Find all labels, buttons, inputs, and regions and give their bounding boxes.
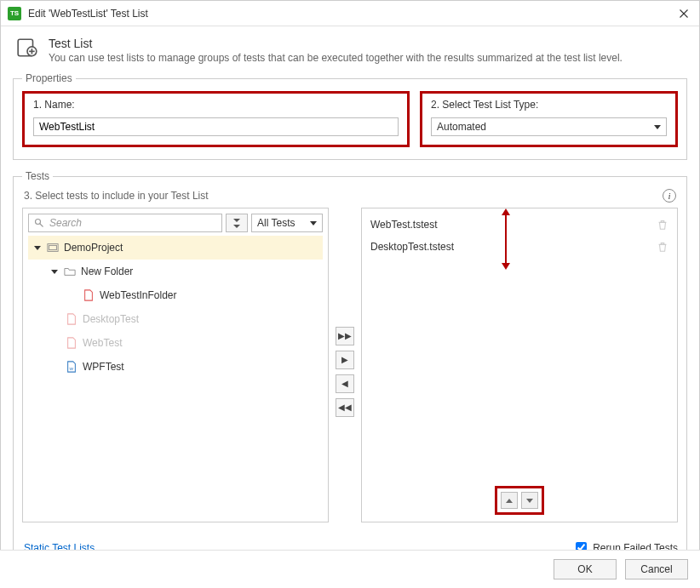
tree-label: WebTestInFolder: [100, 289, 177, 301]
tree-test-item[interactable]: w WPFTest: [28, 355, 323, 379]
trash-icon[interactable]: [657, 219, 668, 231]
type-value: Automated: [437, 121, 486, 133]
search-input[interactable]: Search: [28, 214, 222, 232]
expander-icon[interactable]: [50, 267, 59, 276]
test-file-icon: [83, 289, 95, 301]
name-label: 1. Name:: [33, 99, 399, 111]
expander-icon[interactable]: [33, 243, 42, 252]
tree-label: New Folder: [81, 265, 133, 277]
selected-test-item[interactable]: WebTest.tstest: [367, 214, 672, 236]
move-up-button[interactable]: [501, 492, 518, 509]
selected-test-label: WebTest.tstest: [370, 219, 437, 231]
name-input[interactable]: [33, 117, 399, 136]
svg-point-6: [36, 220, 41, 225]
type-label: 2. Select Test List Type:: [431, 99, 667, 111]
remove-all-button[interactable]: ◀◀: [336, 398, 354, 417]
svg-text:w: w: [68, 365, 73, 371]
test-list-icon: [16, 37, 38, 59]
dual-list-layout: Search All Tests DemoProject: [22, 208, 678, 522]
filter-dropdown[interactable]: All Tests: [251, 214, 323, 232]
test-file-icon: [66, 313, 77, 325]
tests-group: Tests 3. Select tests to include in your…: [13, 170, 687, 572]
tree-label: DemoProject: [64, 242, 123, 254]
add-all-button[interactable]: ▶▶: [336, 327, 354, 345]
search-icon: [34, 218, 44, 228]
chevron-down-icon: [654, 125, 661, 129]
test-file-icon: [66, 337, 77, 349]
transfer-buttons: ▶▶ ▶ ◀ ◀◀: [334, 327, 356, 417]
type-dropdown[interactable]: Automated: [431, 117, 667, 136]
cancel-button[interactable]: Cancel: [625, 559, 688, 579]
tree-folder-item[interactable]: New Folder: [28, 260, 323, 283]
folder-icon: [64, 265, 76, 277]
type-highlight-box: 2. Select Test List Type: Automated: [420, 91, 678, 147]
reorder-vertical-indicator: [505, 214, 507, 265]
name-highlight-box: 1. Name:: [22, 91, 410, 147]
dialog-footer: OK Cancel: [0, 550, 700, 588]
svg-rect-9: [49, 245, 57, 249]
tree-test-item[interactable]: WebTestInFolder: [28, 283, 323, 307]
project-icon: [47, 242, 59, 254]
tree-label: DesktopTest: [83, 313, 139, 325]
reorder-highlight-box: [495, 486, 544, 515]
properties-legend: Properties: [22, 72, 76, 84]
tree-label: WPFTest: [83, 361, 124, 373]
window-title: Edit 'WebTestList' Test List: [28, 8, 675, 20]
tree-test-item[interactable]: DesktopTest: [28, 307, 323, 331]
tests-instruction: 3. Select tests to include in your Test …: [24, 190, 209, 202]
add-button[interactable]: ▶: [336, 351, 354, 369]
remove-button[interactable]: ◀: [336, 374, 354, 393]
info-icon[interactable]: i: [663, 189, 676, 203]
test-tree: DemoProject New Folder WebTestInFolder D…: [28, 236, 323, 379]
trash-icon[interactable]: [657, 241, 668, 253]
ok-button[interactable]: OK: [554, 559, 617, 579]
search-expand-button[interactable]: [226, 214, 248, 232]
chevron-down-icon: [310, 221, 317, 225]
svg-line-7: [40, 224, 43, 227]
titlebar: TS Edit 'WebTestList' Test List: [1, 1, 699, 26]
page-description: You can use test lists to manage groups …: [49, 52, 623, 64]
app-icon: TS: [8, 7, 21, 20]
tests-legend: Tests: [22, 170, 53, 182]
selected-test-label: DesktopTest.tstest: [370, 241, 454, 253]
search-placeholder: Search: [49, 217, 82, 229]
tree-test-item[interactable]: WebTest: [28, 331, 323, 355]
page-header: Test List You can use test lists to mana…: [1, 26, 699, 72]
move-down-button[interactable]: [521, 492, 538, 509]
selected-test-item[interactable]: DesktopTest.tstest: [367, 236, 672, 258]
page-title: Test List: [49, 37, 623, 50]
tree-root-item[interactable]: DemoProject: [28, 236, 323, 260]
filter-label: All Tests: [257, 217, 295, 229]
test-file-icon: w: [66, 361, 77, 373]
available-tests-panel: Search All Tests DemoProject: [22, 208, 329, 522]
tree-label: WebTest: [83, 337, 122, 349]
selected-tests-panel: WebTest.tstest DesktopTest.tstest: [361, 208, 678, 522]
properties-group: Properties 1. Name: 2. Select Test List …: [13, 72, 687, 160]
close-button[interactable]: [675, 5, 692, 22]
